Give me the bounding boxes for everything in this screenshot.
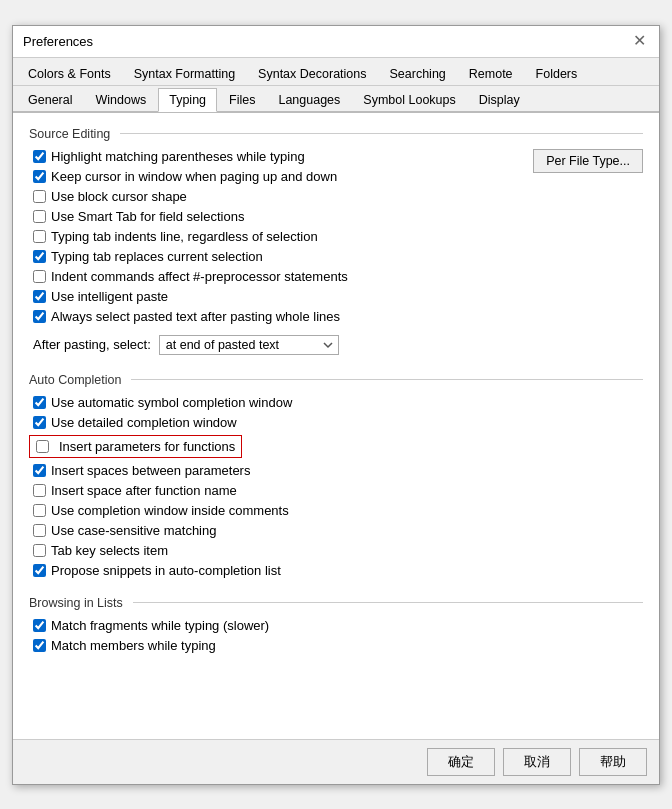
tab-selects-label[interactable]: Tab key selects item: [51, 543, 168, 558]
tab-syntax-decorations[interactable]: Syntax Decorations: [247, 62, 377, 85]
intelligent-paste-checkbox[interactable]: [33, 290, 46, 303]
help-button[interactable]: 帮助: [579, 748, 647, 776]
insert-spaces-label[interactable]: Insert spaces between parameters: [51, 463, 250, 478]
case-sensitive-label[interactable]: Use case-sensitive matching: [51, 523, 216, 538]
auto-completion-section: Auto Completion Use automatic symbol com…: [29, 373, 643, 578]
after-pasting-select[interactable]: at end of pasted text at beginning of pa…: [159, 335, 339, 355]
option-row: Use Smart Tab for field selections: [29, 209, 523, 224]
detailed-completion-checkbox[interactable]: [33, 416, 46, 429]
match-members-label[interactable]: Match members while typing: [51, 638, 216, 653]
option-row: Use block cursor shape: [29, 189, 523, 204]
source-editing-header: Source Editing: [29, 127, 643, 141]
dialog-title: Preferences: [23, 34, 93, 49]
smart-tab-label[interactable]: Use Smart Tab for field selections: [51, 209, 244, 224]
tab-syntax-formatting[interactable]: Syntax Formatting: [123, 62, 246, 85]
match-fragments-checkbox[interactable]: [33, 619, 46, 632]
auto-symbol-checkbox[interactable]: [33, 396, 46, 409]
insert-spaces-checkbox[interactable]: [33, 464, 46, 477]
after-pasting-row: After pasting, select: at end of pasted …: [29, 335, 643, 355]
option-row: Keep cursor in window when paging up and…: [29, 169, 523, 184]
auto-completion-header: Auto Completion: [29, 373, 643, 387]
completion-comments-checkbox[interactable]: [33, 504, 46, 517]
indent-preprocessor-checkbox[interactable]: [33, 270, 46, 283]
keep-cursor-label[interactable]: Keep cursor in window when paging up and…: [51, 169, 337, 184]
preferences-dialog: Preferences ✕ Colors & Fonts Syntax Form…: [12, 25, 660, 785]
option-row: Insert space after function name: [29, 483, 643, 498]
close-button[interactable]: ✕: [629, 31, 649, 51]
option-row: Use detailed completion window: [29, 415, 643, 430]
case-sensitive-checkbox[interactable]: [33, 524, 46, 537]
block-cursor-checkbox[interactable]: [33, 190, 46, 203]
option-row: Use completion window inside comments: [29, 503, 643, 518]
completion-comments-label[interactable]: Use completion window inside comments: [51, 503, 289, 518]
option-row: Indent commands affect #-preprocessor st…: [29, 269, 523, 284]
always-select-pasted-checkbox[interactable]: [33, 310, 46, 323]
propose-snippets-checkbox[interactable]: [33, 564, 46, 577]
block-cursor-label[interactable]: Use block cursor shape: [51, 189, 187, 204]
footer: 确定 取消 帮助: [13, 739, 659, 784]
highlight-parens-label[interactable]: Highlight matching parentheses while typ…: [51, 149, 305, 164]
tab-indents-checkbox[interactable]: [33, 230, 46, 243]
tabs-row2: General Windows Typing Files Languages S…: [13, 86, 659, 113]
tab-searching[interactable]: Searching: [379, 62, 457, 85]
option-row: Use case-sensitive matching: [29, 523, 643, 538]
cancel-button[interactable]: 取消: [503, 748, 571, 776]
tab-selects-checkbox[interactable]: [33, 544, 46, 557]
tab-folders[interactable]: Folders: [525, 62, 589, 85]
option-row: Always select pasted text after pasting …: [29, 309, 523, 324]
tabs-row1: Colors & Fonts Syntax Formatting Syntax …: [13, 58, 659, 86]
smart-tab-checkbox[interactable]: [33, 210, 46, 223]
ok-button[interactable]: 确定: [427, 748, 495, 776]
source-editing-section: Source Editing Highlight matching parent…: [29, 127, 643, 355]
option-row: Match members while typing: [29, 638, 643, 653]
tab-replaces-checkbox[interactable]: [33, 250, 46, 263]
option-row: Tab key selects item: [29, 543, 643, 558]
tab-symbol-lookups[interactable]: Symbol Lookups: [352, 88, 466, 111]
after-pasting-label: After pasting, select:: [33, 337, 151, 352]
auto-symbol-label[interactable]: Use automatic symbol completion window: [51, 395, 292, 410]
tab-remote[interactable]: Remote: [458, 62, 524, 85]
highlight-parens-checkbox[interactable]: [33, 150, 46, 163]
option-row: Insert spaces between parameters: [29, 463, 643, 478]
tab-colors-fonts[interactable]: Colors & Fonts: [17, 62, 122, 85]
browsing-lists-section: Browsing in Lists Match fragments while …: [29, 596, 643, 653]
option-row: Typing tab replaces current selection: [29, 249, 523, 264]
per-file-type-button[interactable]: Per File Type...: [533, 149, 643, 173]
option-row: Propose snippets in auto-completion list: [29, 563, 643, 578]
tab-languages[interactable]: Languages: [267, 88, 351, 111]
match-fragments-label[interactable]: Match fragments while typing (slower): [51, 618, 269, 633]
intelligent-paste-label[interactable]: Use intelligent paste: [51, 289, 168, 304]
option-row: Match fragments while typing (slower): [29, 618, 643, 633]
option-row: Use intelligent paste: [29, 289, 523, 304]
detailed-completion-label[interactable]: Use detailed completion window: [51, 415, 237, 430]
tab-replaces-label[interactable]: Typing tab replaces current selection: [51, 249, 263, 264]
insert-space-after-checkbox[interactable]: [33, 484, 46, 497]
title-bar: Preferences ✕: [13, 26, 659, 58]
option-row: Typing tab indents line, regardless of s…: [29, 229, 523, 244]
source-editing-top: Highlight matching parentheses while typ…: [29, 149, 643, 329]
tab-files[interactable]: Files: [218, 88, 266, 111]
match-members-checkbox[interactable]: [33, 639, 46, 652]
tab-typing[interactable]: Typing: [158, 88, 217, 112]
option-row: Insert parameters for functions: [29, 435, 242, 458]
keep-cursor-checkbox[interactable]: [33, 170, 46, 183]
propose-snippets-label[interactable]: Propose snippets in auto-completion list: [51, 563, 281, 578]
always-select-pasted-label[interactable]: Always select pasted text after pasting …: [51, 309, 340, 324]
insert-space-after-label[interactable]: Insert space after function name: [51, 483, 237, 498]
tab-display[interactable]: Display: [468, 88, 531, 111]
source-editing-checks: Highlight matching parentheses while typ…: [29, 149, 523, 329]
insert-params-label[interactable]: Insert parameters for functions: [59, 439, 235, 454]
option-row: Use automatic symbol completion window: [29, 395, 643, 410]
tab-windows[interactable]: Windows: [84, 88, 157, 111]
indent-preprocessor-label[interactable]: Indent commands affect #-preprocessor st…: [51, 269, 348, 284]
option-row: Highlight matching parentheses while typ…: [29, 149, 523, 164]
browsing-lists-header: Browsing in Lists: [29, 596, 643, 610]
tab-indents-label[interactable]: Typing tab indents line, regardless of s…: [51, 229, 318, 244]
per-file-btn-container: Per File Type...: [533, 149, 643, 173]
insert-params-checkbox[interactable]: [36, 440, 49, 453]
content-area: Source Editing Highlight matching parent…: [13, 113, 659, 739]
tab-general[interactable]: General: [17, 88, 83, 111]
